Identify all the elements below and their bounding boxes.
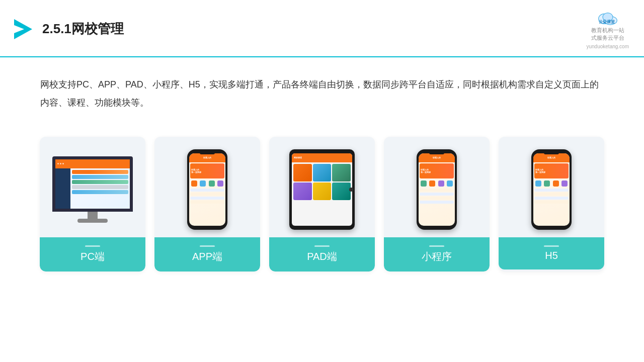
card-h5: 职通人的 职通人的第一堂网课 <box>499 137 604 272</box>
monitor-mockup <box>52 156 133 223</box>
header: 2.5.1网校管理 云朵课堂 教育机构一站 式服务云平台 yunduoketan… <box>0 0 644 57</box>
card-miniprogram-label: 小程序 <box>384 237 490 272</box>
tablet-mockup: 网校管理 <box>289 149 355 230</box>
header-left: 2.5.1网校管理 <box>10 17 124 41</box>
card-pad-image: 网校管理 <box>269 137 375 237</box>
svg-text:云朵课堂: 云朵课堂 <box>598 20 615 24</box>
brand-logo-img: 云朵课堂 <box>595 9 620 25</box>
card-miniprogram-image: 职通人的 职通人的第一堂网课 <box>384 137 490 237</box>
brand-logo: 云朵课堂 教育机构一站 式服务云平台 yunduoketang.com <box>586 9 629 49</box>
cloud-icon: 云朵课堂 <box>595 9 620 25</box>
logo-arrow-icon <box>10 17 34 41</box>
card-app-label: APP端 <box>154 237 260 272</box>
card-h5-label: H5 <box>499 237 604 269</box>
cards-container: PC端 职通人的 职通人的第一堂网课 <box>0 127 644 287</box>
card-pc-image <box>40 137 145 237</box>
page-title: 2.5.1网校管理 <box>42 20 124 38</box>
card-pad-label: PAD端 <box>269 237 375 272</box>
phone-mockup-app: 职通人的 职通人的第一堂网课 <box>187 149 227 230</box>
card-pc: PC端 <box>40 137 145 272</box>
brand-slogan: 教育机构一站 式服务云平台 <box>591 27 624 42</box>
phone-mockup-mini: 职通人的 职通人的第一堂网课 <box>417 149 457 230</box>
card-miniprogram: 职通人的 职通人的第一堂网课 <box>384 137 490 272</box>
monitor-screen <box>52 156 133 212</box>
description-text: 网校支持PC、APP、PAD、小程序、H5，实现多端打通，产品各终端自由切换，数… <box>0 57 644 122</box>
svg-marker-0 <box>14 19 32 39</box>
card-app: 职通人的 职通人的第一堂网课 <box>154 137 260 272</box>
card-app-image: 职通人的 职通人的第一堂网课 <box>154 137 260 237</box>
brand-url: yunduoketang.com <box>586 44 629 49</box>
phone-mockup-h5: 职通人的 职通人的第一堂网课 <box>531 149 572 230</box>
card-h5-image: 职通人的 职通人的第一堂网课 <box>499 137 604 237</box>
description-paragraph: 网校支持PC、APP、PAD、小程序、H5，实现多端打通，产品各终端自由切换，数… <box>40 75 604 112</box>
card-pc-label: PC端 <box>40 237 145 272</box>
card-pad: 网校管理 PAD端 <box>269 137 375 272</box>
